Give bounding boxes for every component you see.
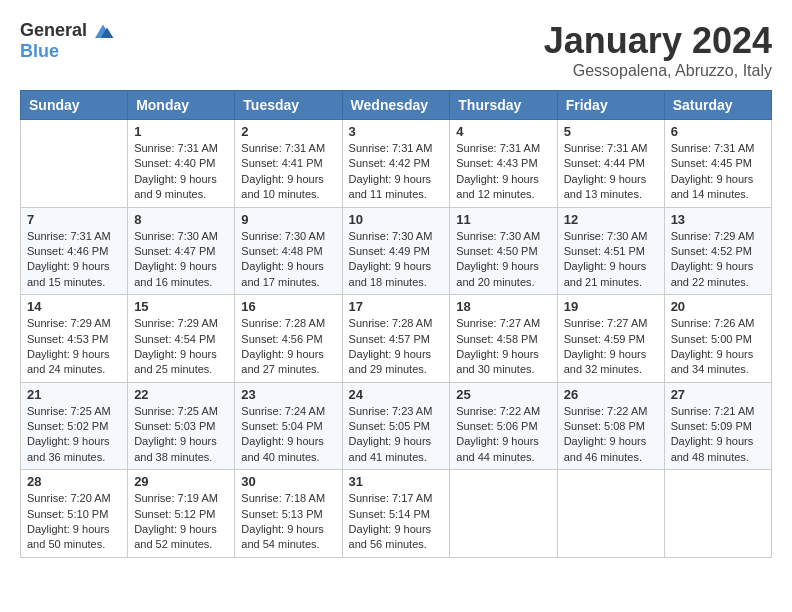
calendar-header-row: Sunday Monday Tuesday Wednesday Thursday… [21,91,772,120]
calendar-cell-w2-d5: 11Sunrise: 7:30 AMSunset: 4:50 PMDayligh… [450,207,557,295]
calendar-cell-w1-d3: 2Sunrise: 7:31 AMSunset: 4:41 PMDaylight… [235,120,342,208]
calendar-cell-w5-d3: 30Sunrise: 7:18 AMSunset: 5:13 PMDayligh… [235,470,342,558]
day-number: 30 [241,474,335,489]
day-number: 25 [456,387,550,402]
day-number: 17 [349,299,444,314]
day-number: 24 [349,387,444,402]
calendar-cell-w2-d7: 13Sunrise: 7:29 AMSunset: 4:52 PMDayligh… [664,207,771,295]
header-wednesday: Wednesday [342,91,450,120]
day-info: Sunrise: 7:30 AMSunset: 4:49 PMDaylight:… [349,229,444,291]
day-info: Sunrise: 7:30 AMSunset: 4:48 PMDaylight:… [241,229,335,291]
day-number: 22 [134,387,228,402]
day-number: 19 [564,299,658,314]
day-info: Sunrise: 7:29 AMSunset: 4:52 PMDaylight:… [671,229,765,291]
day-info: Sunrise: 7:19 AMSunset: 5:12 PMDaylight:… [134,491,228,553]
day-number: 23 [241,387,335,402]
calendar-cell-w4-d1: 21Sunrise: 7:25 AMSunset: 5:02 PMDayligh… [21,382,128,470]
location-subtitle: Gessopalena, Abruzzo, Italy [544,62,772,80]
day-info: Sunrise: 7:28 AMSunset: 4:56 PMDaylight:… [241,316,335,378]
day-info: Sunrise: 7:21 AMSunset: 5:09 PMDaylight:… [671,404,765,466]
calendar-cell-w3-d2: 15Sunrise: 7:29 AMSunset: 4:54 PMDayligh… [128,295,235,383]
day-number: 9 [241,212,335,227]
month-title: January 2024 [544,20,772,62]
calendar-cell-w2-d4: 10Sunrise: 7:30 AMSunset: 4:49 PMDayligh… [342,207,450,295]
day-info: Sunrise: 7:17 AMSunset: 5:14 PMDaylight:… [349,491,444,553]
day-number: 8 [134,212,228,227]
calendar-cell-w1-d1 [21,120,128,208]
day-number: 15 [134,299,228,314]
day-number: 29 [134,474,228,489]
calendar-cell-w4-d7: 27Sunrise: 7:21 AMSunset: 5:09 PMDayligh… [664,382,771,470]
calendar-cell-w1-d5: 4Sunrise: 7:31 AMSunset: 4:43 PMDaylight… [450,120,557,208]
day-info: Sunrise: 7:28 AMSunset: 4:57 PMDaylight:… [349,316,444,378]
day-info: Sunrise: 7:30 AMSunset: 4:50 PMDaylight:… [456,229,550,291]
logo: General Blue [20,20,115,62]
day-info: Sunrise: 7:22 AMSunset: 5:08 PMDaylight:… [564,404,658,466]
day-number: 20 [671,299,765,314]
day-info: Sunrise: 7:31 AMSunset: 4:46 PMDaylight:… [27,229,121,291]
calendar-cell-w2-d6: 12Sunrise: 7:30 AMSunset: 4:51 PMDayligh… [557,207,664,295]
calendar-cell-w4-d5: 25Sunrise: 7:22 AMSunset: 5:06 PMDayligh… [450,382,557,470]
calendar-cell-w3-d3: 16Sunrise: 7:28 AMSunset: 4:56 PMDayligh… [235,295,342,383]
calendar-cell-w2-d2: 8Sunrise: 7:30 AMSunset: 4:47 PMDaylight… [128,207,235,295]
day-info: Sunrise: 7:29 AMSunset: 4:54 PMDaylight:… [134,316,228,378]
day-number: 3 [349,124,444,139]
calendar-cell-w3-d7: 20Sunrise: 7:26 AMSunset: 5:00 PMDayligh… [664,295,771,383]
day-number: 4 [456,124,550,139]
calendar-cell-w2-d3: 9Sunrise: 7:30 AMSunset: 4:48 PMDaylight… [235,207,342,295]
day-info: Sunrise: 7:20 AMSunset: 5:10 PMDaylight:… [27,491,121,553]
calendar-week-1: 1Sunrise: 7:31 AMSunset: 4:40 PMDaylight… [21,120,772,208]
calendar-cell-w3-d6: 19Sunrise: 7:27 AMSunset: 4:59 PMDayligh… [557,295,664,383]
calendar-week-5: 28Sunrise: 7:20 AMSunset: 5:10 PMDayligh… [21,470,772,558]
day-info: Sunrise: 7:18 AMSunset: 5:13 PMDaylight:… [241,491,335,553]
calendar-cell-w3-d4: 17Sunrise: 7:28 AMSunset: 4:57 PMDayligh… [342,295,450,383]
day-number: 16 [241,299,335,314]
logo-text: General Blue [20,20,115,62]
day-number: 27 [671,387,765,402]
calendar-cell-w3-d1: 14Sunrise: 7:29 AMSunset: 4:53 PMDayligh… [21,295,128,383]
day-info: Sunrise: 7:22 AMSunset: 5:06 PMDaylight:… [456,404,550,466]
calendar-cell-w4-d4: 24Sunrise: 7:23 AMSunset: 5:05 PMDayligh… [342,382,450,470]
calendar-cell-w5-d6 [557,470,664,558]
title-area: January 2024 Gessopalena, Abruzzo, Italy [544,20,772,80]
calendar-cell-w4-d3: 23Sunrise: 7:24 AMSunset: 5:04 PMDayligh… [235,382,342,470]
day-number: 1 [134,124,228,139]
calendar-cell-w5-d2: 29Sunrise: 7:19 AMSunset: 5:12 PMDayligh… [128,470,235,558]
day-info: Sunrise: 7:31 AMSunset: 4:41 PMDaylight:… [241,141,335,203]
calendar-cell-w1-d2: 1Sunrise: 7:31 AMSunset: 4:40 PMDaylight… [128,120,235,208]
day-info: Sunrise: 7:27 AMSunset: 4:58 PMDaylight:… [456,316,550,378]
day-number: 28 [27,474,121,489]
header-tuesday: Tuesday [235,91,342,120]
day-info: Sunrise: 7:30 AMSunset: 4:51 PMDaylight:… [564,229,658,291]
day-info: Sunrise: 7:30 AMSunset: 4:47 PMDaylight:… [134,229,228,291]
header-sunday: Sunday [21,91,128,120]
day-number: 13 [671,212,765,227]
day-number: 10 [349,212,444,227]
header-saturday: Saturday [664,91,771,120]
calendar-cell-w4-d2: 22Sunrise: 7:25 AMSunset: 5:03 PMDayligh… [128,382,235,470]
calendar-week-4: 21Sunrise: 7:25 AMSunset: 5:02 PMDayligh… [21,382,772,470]
day-info: Sunrise: 7:29 AMSunset: 4:53 PMDaylight:… [27,316,121,378]
day-info: Sunrise: 7:31 AMSunset: 4:45 PMDaylight:… [671,141,765,203]
calendar-cell-w5-d1: 28Sunrise: 7:20 AMSunset: 5:10 PMDayligh… [21,470,128,558]
day-info: Sunrise: 7:31 AMSunset: 4:42 PMDaylight:… [349,141,444,203]
day-number: 2 [241,124,335,139]
logo-general: General [20,21,87,41]
calendar-cell-w5-d7 [664,470,771,558]
day-number: 12 [564,212,658,227]
calendar-cell-w5-d5 [450,470,557,558]
calendar-cell-w5-d4: 31Sunrise: 7:17 AMSunset: 5:14 PMDayligh… [342,470,450,558]
calendar-cell-w4-d6: 26Sunrise: 7:22 AMSunset: 5:08 PMDayligh… [557,382,664,470]
logo-blue: Blue [20,42,115,62]
day-number: 11 [456,212,550,227]
day-number: 31 [349,474,444,489]
header-thursday: Thursday [450,91,557,120]
day-number: 14 [27,299,121,314]
calendar-cell-w3-d5: 18Sunrise: 7:27 AMSunset: 4:58 PMDayligh… [450,295,557,383]
day-number: 26 [564,387,658,402]
logo-icon [91,18,115,42]
calendar-week-2: 7Sunrise: 7:31 AMSunset: 4:46 PMDaylight… [21,207,772,295]
calendar-cell-w2-d1: 7Sunrise: 7:31 AMSunset: 4:46 PMDaylight… [21,207,128,295]
day-number: 7 [27,212,121,227]
calendar-cell-w1-d7: 6Sunrise: 7:31 AMSunset: 4:45 PMDaylight… [664,120,771,208]
